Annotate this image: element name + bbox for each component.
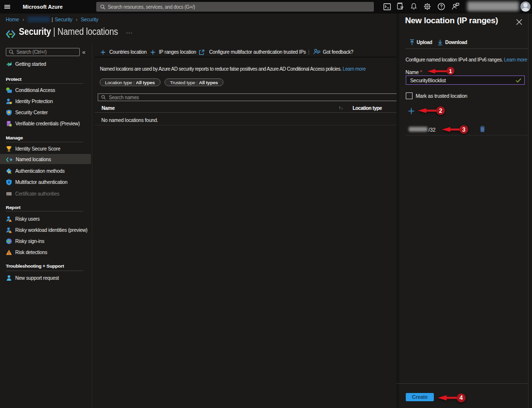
svg-text:3: 3: [462, 126, 466, 133]
svg-text:4: 4: [459, 394, 463, 401]
svg-text:2: 2: [439, 107, 443, 114]
svg-text:1: 1: [449, 68, 452, 74]
